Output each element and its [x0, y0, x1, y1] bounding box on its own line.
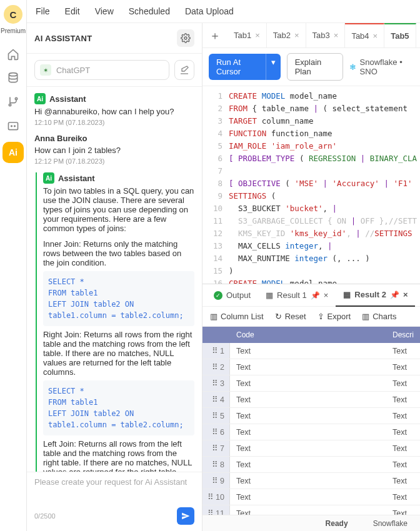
ai-assistant-button[interactable]: Ai	[2, 142, 24, 163]
run-dropdown-button[interactable]: ▾	[266, 54, 281, 80]
table-row[interactable]: ⠿ 6TextText	[202, 424, 420, 440]
explain-plan-button[interactable]: Explain Plan	[287, 53, 343, 81]
send-button[interactable]	[177, 507, 194, 525]
table-row[interactable]: ⠿ 10TextText	[202, 489, 420, 505]
editor-tabs: ＋ Tab1× Tab2× Tab3× Tab4× Tab5	[202, 23, 420, 48]
svg-point-4	[11, 126, 12, 127]
message-timestamp: 12:12 PM (07.18.2023)	[34, 157, 194, 165]
svg-rect-3	[8, 122, 18, 130]
tab-5[interactable]: Tab5	[384, 23, 416, 48]
app-logo: C	[4, 5, 22, 24]
provider-label: ChatGPT	[56, 66, 90, 75]
ai-badge-icon: Ai	[34, 93, 46, 104]
svg-point-6	[184, 37, 187, 39]
message-text: Inner Join: Returns only the matching ro…	[43, 239, 194, 267]
message-author: Assistant	[58, 174, 95, 183]
new-tab-button[interactable]: ＋	[202, 28, 228, 43]
grid-icon: ▦	[343, 290, 351, 299]
pin-icon[interactable]: 📌	[311, 291, 320, 300]
results-grid[interactable]: Code Descri ⠿ 1TextText⠿ 2TextText⠿ 3Tex…	[202, 327, 420, 515]
chat-scroll[interactable]: AiAssistant Hi @annabureiko, how can I h…	[27, 87, 202, 472]
tab-3[interactable]: Tab3×	[306, 23, 346, 48]
reset-button[interactable]: ↻ Reset	[275, 312, 306, 321]
ai-panel-icon[interactable]	[6, 118, 21, 133]
table-row[interactable]: ⠿ 9TextText	[202, 473, 420, 489]
svg-point-1	[9, 104, 11, 106]
check-icon: ✓	[214, 291, 222, 300]
branch-icon[interactable]	[6, 94, 21, 109]
tab-2[interactable]: Tab2×	[267, 23, 306, 48]
svg-point-0	[9, 73, 17, 76]
column-list-button[interactable]: ▥ Column List	[210, 312, 264, 321]
menubar: File Edit View Scheduled Data Upload	[27, 0, 420, 23]
result-1-tab[interactable]: ▦Result 1📌×	[258, 284, 336, 307]
svg-point-2	[15, 97, 17, 99]
message-text: Hi @annabureiko, how can I help you?	[34, 107, 194, 116]
results-panel: ✓Output ▦Result 1📌× ▦Result 2📌× ▥ Column…	[202, 284, 420, 515]
message-text: To join two tables in a SQL query, you c…	[43, 186, 194, 233]
home-icon[interactable]	[6, 47, 21, 62]
tab-1[interactable]: Tab1×	[228, 23, 267, 48]
database-icon[interactable]	[6, 71, 21, 86]
connection-indicator[interactable]: ❄Snowflake • SNO	[349, 57, 414, 76]
grid-icon: ▦	[266, 290, 273, 300]
table-row[interactable]: ⠿ 2TextText	[202, 359, 420, 375]
provider-select[interactable]: ✶ ChatGPT	[34, 60, 169, 80]
close-icon[interactable]: ×	[373, 31, 378, 41]
table-row[interactable]: ⠿ 5TextText	[202, 408, 420, 424]
premium-label: Premium	[1, 27, 26, 34]
tab-4[interactable]: Tab4×	[345, 23, 384, 48]
close-icon[interactable]: ×	[324, 290, 329, 300]
editor-pane: ＋ Tab1× Tab2× Tab3× Tab4× Tab5 Run At Cu…	[202, 23, 420, 531]
export-button[interactable]: ⇪ Export	[318, 312, 351, 321]
chat-input[interactable]: Please create your request for Ai Assist…	[34, 477, 194, 500]
column-header-descr[interactable]: Descri	[386, 330, 420, 339]
message-author: Assistant	[49, 94, 86, 104]
table-row[interactable]: ⠿ 4TextText	[202, 392, 420, 408]
assistant-title: AI ASSISTANT	[34, 34, 92, 43]
table-row[interactable]: ⠿ 8TextText	[202, 457, 420, 473]
close-icon[interactable]: ×	[334, 31, 339, 40]
menu-edit[interactable]: Edit	[65, 6, 80, 16]
output-tab[interactable]: ✓Output	[206, 284, 258, 307]
code-editor[interactable]: 1CREATE MODEL model_name2FROM { table_na…	[202, 86, 420, 284]
snowflake-icon: ❄	[349, 62, 356, 72]
editor-toolbar: Run At Cursor ▾ Explain Plan ❄Snowflake …	[202, 48, 420, 86]
assistant-pane: AI ASSISTANT ✶ ChatGPT AiAssistant Hi @a…	[27, 23, 202, 531]
message-timestamp: 12:10 PM (07.18.2023)	[34, 119, 194, 126]
char-counter: 0/2500	[34, 512, 56, 520]
code-block: SELECT * FROM table1 LEFT JOIN table2 ON…	[43, 271, 194, 326]
gear-icon[interactable]	[177, 29, 194, 47]
table-row[interactable]: ⠿ 11TextText	[202, 505, 420, 515]
menu-scheduled[interactable]: Scheduled	[129, 6, 170, 16]
close-icon[interactable]: ×	[403, 290, 408, 299]
chatgpt-icon: ✶	[40, 64, 51, 76]
close-icon[interactable]: ×	[255, 31, 260, 40]
table-row[interactable]: ⠿ 1TextText	[202, 343, 420, 359]
menu-view[interactable]: View	[95, 6, 114, 16]
column-header-code[interactable]: Code	[230, 330, 386, 339]
message-author: Anna Bureiko	[34, 134, 88, 143]
message-text: Right Join: Returns all rows from the ri…	[43, 330, 194, 377]
clear-chat-icon[interactable]	[174, 60, 194, 80]
close-icon[interactable]: ×	[294, 31, 299, 40]
status-bar: Ready Snowflake	[202, 515, 420, 531]
pin-icon[interactable]: 📌	[390, 290, 399, 299]
message-text: How can I join 2 tables?	[34, 146, 194, 155]
code-block: SELECT * FROM table1 LEFT JOIN table2 ON…	[43, 380, 194, 435]
menu-data-upload[interactable]: Data Upload	[185, 6, 234, 16]
table-row[interactable]: ⠿ 7TextText	[202, 440, 420, 457]
ai-badge-icon: Ai	[43, 172, 54, 184]
charts-button[interactable]: ▥ Charts	[362, 312, 396, 321]
menu-file[interactable]: File	[36, 6, 50, 16]
run-button[interactable]: Run At Cursor	[209, 54, 266, 80]
message-text: Left Join: Returns all rows from the lef…	[43, 439, 194, 472]
result-2-tab[interactable]: ▦Result 2📌×	[336, 284, 415, 307]
left-rail: C Premium Ai	[0, 0, 27, 531]
svg-point-5	[14, 126, 16, 127]
status-connection: Snowflake	[373, 519, 408, 528]
table-row[interactable]: ⠿ 3TextText	[202, 375, 420, 392]
status-ready: Ready	[326, 519, 348, 528]
